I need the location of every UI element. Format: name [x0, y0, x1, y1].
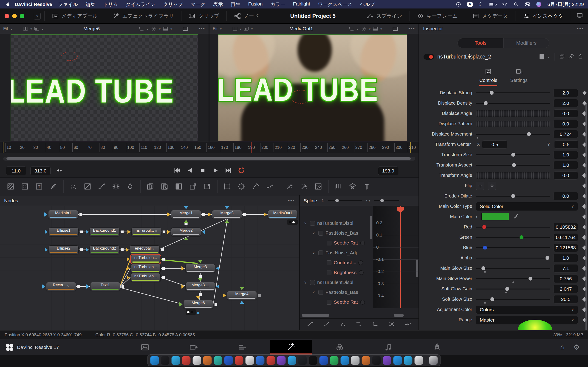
dock-app-icon[interactable]: [341, 356, 349, 365]
value-field[interactable]: 2.047: [553, 285, 578, 293]
version-icon[interactable]: [540, 54, 544, 59]
dock-app-icon[interactable]: [320, 356, 328, 365]
dock-app-icon[interactable]: [330, 356, 338, 365]
bspline-mask-icon[interactable]: [264, 181, 276, 192]
timeline-ruler[interactable]: 1020304050607080901001101201301401501601…: [0, 142, 418, 153]
page-tab-color[interactable]: [319, 340, 360, 355]
toolbar-button-nodes[interactable]: ノード: [230, 13, 263, 19]
value-field[interactable]: 20.5: [553, 295, 578, 303]
tab-settings[interactable]: ⚙ Settings: [510, 68, 527, 86]
search-icon[interactable]: [513, 2, 519, 7]
checkbox[interactable]: [318, 231, 323, 236]
page-tab-cut[interactable]: [173, 340, 214, 355]
value-field[interactable]: 1.0: [553, 151, 578, 159]
dock-app-icon[interactable]: [235, 356, 243, 365]
toolbar-button-effects[interactable]: エフェクトライブラリ: [109, 13, 178, 19]
particle-noise-icon[interactable]: [312, 181, 324, 192]
dock-app-icon[interactable]: [309, 356, 317, 365]
go-to-end-button[interactable]: [225, 167, 233, 175]
checkbox[interactable]: [310, 221, 315, 226]
flip-horizontal-icon[interactable]: [476, 182, 484, 190]
spline-tree-item[interactable]: Brightness: [321, 269, 363, 276]
color-curves-icon[interactable]: [82, 181, 94, 192]
lock-icon[interactable]: [578, 53, 583, 60]
spline-tree-item[interactable]: ∨nsTurbulentDispl: [304, 278, 353, 286]
value-field[interactable]: 0.0: [553, 109, 578, 118]
node-Merge3_1[interactable]: Merge3_1: [185, 282, 215, 291]
fastnoise-icon[interactable]: [19, 181, 31, 192]
page-tab-fairlight[interactable]: [368, 340, 409, 355]
loop-button[interactable]: [237, 167, 245, 175]
playhead[interactable]: [251, 142, 251, 153]
split-view-icon[interactable]: [23, 27, 28, 31]
copy-settings-icon[interactable]: [559, 53, 565, 60]
dock-app-icon[interactable]: [225, 356, 233, 365]
dock-app-icon[interactable]: [404, 356, 413, 365]
render-range-end-field[interactable]: 313.0: [30, 167, 51, 175]
node-nsTurbulen[interactable]: nsTurbulen...: [131, 255, 161, 264]
play-button[interactable]: [212, 167, 220, 175]
smooth-curve-icon[interactable]: [307, 321, 314, 328]
menu-item[interactable]: ファイル: [58, 1, 78, 8]
linear-curve-icon[interactable]: [323, 321, 330, 328]
checkbox[interactable]: [327, 260, 331, 265]
sort-vertical-icon[interactable]: ⇕: [321, 198, 324, 203]
expand-caret-icon[interactable]: ›: [476, 214, 477, 219]
domain-of-definition-icon[interactable]: [139, 27, 144, 31]
color-corrector-icon[interactable]: [124, 181, 136, 192]
node-enable-toggle[interactable]: [424, 54, 434, 60]
collapse-toolbar-icon[interactable]: ∨: [34, 13, 41, 19]
tab-tools[interactable]: Tools: [458, 38, 504, 48]
menu-item[interactable]: 編集: [86, 1, 95, 8]
dock-app-icon[interactable]: [256, 356, 265, 365]
polygon-mask-icon[interactable]: [250, 181, 262, 192]
dropdown[interactable]: Colors∨: [476, 305, 578, 314]
menu-item[interactable]: カラー: [270, 1, 285, 8]
dock-app-icon[interactable]: [351, 356, 360, 365]
menu-clock[interactable]: 6月7日(月) 22:29: [547, 1, 584, 8]
toolbar-button-metadata[interactable]: メタデータ: [469, 13, 511, 19]
dock-app-icon[interactable]: [267, 356, 275, 365]
fit-horizontal-icon[interactable]: ‹·›: [366, 198, 370, 203]
particle-emitter-icon[interactable]: [284, 181, 296, 192]
node-Merge2[interactable]: Merge2: [171, 227, 201, 236]
toolbar-button-clips[interactable]: クリップ: [185, 13, 223, 19]
node-Recta[interactable]: Recta... ◇: [46, 282, 76, 291]
node-Ellipse2[interactable]: Ellipse2: [49, 245, 78, 254]
chevron-down-icon[interactable]: ∨: [547, 55, 550, 58]
slider[interactable]: [476, 268, 550, 269]
range-start-marker[interactable]: [3, 142, 3, 153]
delta-keyer-icon[interactable]: [173, 181, 185, 192]
timeline-scrollbar[interactable]: [3, 157, 415, 161]
node-Background1[interactable]: Background1: [90, 227, 120, 236]
flip-vertical-icon[interactable]: [488, 182, 496, 190]
y-value-field[interactable]: 0.5: [554, 140, 578, 149]
settings-gear-icon[interactable]: ⚙: [573, 343, 580, 351]
dock-app-icon[interactable]: [288, 356, 296, 365]
node-enegyball[interactable]: enegyball ◇: [130, 245, 160, 254]
spline-playhead[interactable]: [400, 206, 401, 308]
particles-icon[interactable]: [67, 181, 79, 192]
value-field[interactable]: 2.0: [553, 89, 578, 97]
current-frame-field[interactable]: 193.0: [378, 167, 398, 175]
resize-icon[interactable]: [187, 181, 199, 192]
x-value-field[interactable]: 0.5: [482, 140, 507, 149]
menu-item[interactable]: Fairlight: [293, 1, 310, 8]
dock-app-icon[interactable]: [150, 356, 159, 365]
apple-menu-icon[interactable]: [4, 2, 12, 7]
domain-of-definition-icon[interactable]: [349, 27, 354, 31]
slider[interactable]: [476, 165, 550, 166]
toolbar-button-spline[interactable]: スプライン: [363, 13, 406, 19]
step-out-icon[interactable]: [372, 321, 379, 328]
menu-item[interactable]: 表示: [213, 1, 223, 8]
dock-app-icon[interactable]: [203, 356, 212, 365]
toolbar-button-inspector[interactable]: インスペクタ: [519, 13, 567, 19]
node-Background2[interactable]: Background2: [90, 245, 120, 254]
render-range-start-field[interactable]: 11.0: [6, 167, 26, 175]
slider[interactable]: [476, 289, 550, 290]
transform-icon[interactable]: [201, 181, 213, 192]
value-field[interactable]: 0.105882: [553, 223, 578, 231]
spline-tree-item[interactable]: ∨FastNoise_Bas: [312, 229, 358, 237]
page-tab-fusion[interactable]: [270, 340, 312, 355]
slider[interactable]: [476, 134, 550, 135]
